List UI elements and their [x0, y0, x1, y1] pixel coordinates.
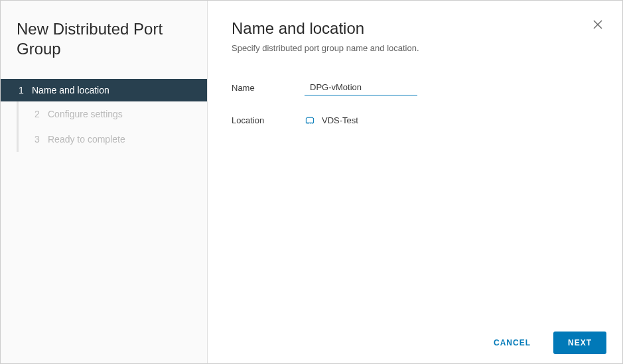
step-label: Name and location — [32, 85, 109, 95]
name-input[interactable] — [305, 80, 417, 95]
name-row: Name — [232, 80, 598, 95]
wizard-steps: 1 Name and location 2 Configure settings… — [1, 72, 207, 152]
step-label: Ready to complete — [48, 134, 125, 145]
cancel-button[interactable]: CANCEL — [479, 332, 545, 354]
location-row: Location VDS-Test — [232, 115, 598, 125]
step-number: 2 — [35, 109, 48, 119]
close-button[interactable] — [592, 19, 604, 31]
next-button[interactable]: NEXT — [553, 332, 606, 354]
step-number: 1 — [19, 85, 32, 95]
wizard-dialog: New Distributed Port Group 1 Name and lo… — [0, 0, 623, 364]
location-text: VDS-Test — [322, 115, 358, 125]
close-icon — [592, 19, 603, 30]
wizard-sidebar: New Distributed Port Group 1 Name and lo… — [1, 1, 208, 363]
step-label: Configure settings — [48, 109, 123, 119]
panel-title: Name and location — [232, 19, 598, 38]
step-number: 3 — [35, 134, 48, 145]
distributed-switch-icon — [305, 117, 315, 125]
wizard-main-panel: Name and location Specify distributed po… — [208, 1, 622, 363]
name-label: Name — [232, 83, 305, 93]
step-ready-to-complete: 3 Ready to complete — [17, 127, 207, 152]
wizard-footer: CANCEL NEXT — [208, 322, 622, 363]
location-value: VDS-Test — [305, 115, 358, 125]
location-label: Location — [232, 115, 305, 125]
panel-subtitle: Specify distributed port group name and … — [232, 43, 598, 53]
wizard-title: New Distributed Port Group — [1, 19, 207, 72]
step-name-and-location[interactable]: 1 Name and location — [1, 79, 207, 101]
step-configure-settings: 2 Configure settings — [17, 101, 207, 127]
